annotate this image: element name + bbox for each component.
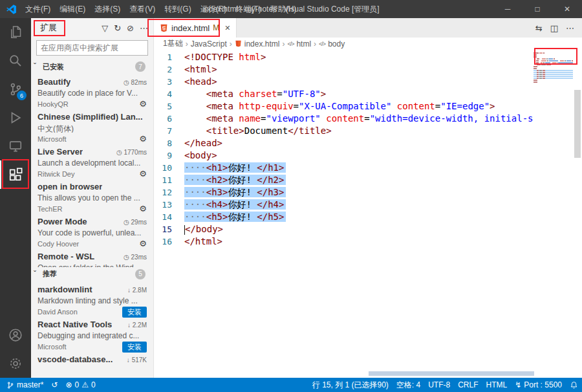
search-icon[interactable] (0, 47, 31, 75)
line-number: 15 (154, 223, 172, 235)
settings-gear-icon[interactable] (0, 349, 31, 378)
extension-description: Your code is powerful, unlea... (38, 228, 147, 237)
breadcrumb-file[interactable]: index.html (244, 39, 280, 49)
error-icon: ⊗ (65, 380, 72, 389)
code-line[interactable]: 14····<h5>你好! </h5> (154, 211, 582, 223)
code-line[interactable]: 15</body> (154, 223, 582, 235)
breadcrumb-folder[interactable]: 1基础 (163, 38, 183, 49)
install-button[interactable]: 安装 (122, 342, 147, 353)
section-installed[interactable]: ˇ 已安装 7 (31, 60, 153, 74)
install-button[interactable]: 安装 (122, 307, 147, 318)
extension-item[interactable]: Remote - WSL◷ 23msOpen any folder in the… (31, 248, 153, 267)
extension-item[interactable]: open in browserThis allows you to open t… (31, 179, 153, 213)
code-line[interactable]: 1<!DOCTYPE html> (154, 51, 582, 63)
remote-explorer-icon[interactable] (0, 132, 31, 160)
git-branch-item[interactable]: master* (3, 378, 47, 392)
code-line[interactable]: 3<head> (154, 76, 582, 88)
extension-search-input[interactable] (41, 43, 144, 52)
breadcrumb-symbol-body[interactable]: body (328, 39, 345, 49)
maximize-button[interactable]: □ (523, 0, 552, 18)
problems-item[interactable]: ⊗ 0 ⚠ 0 (61, 378, 99, 392)
extension-item[interactable]: markdownlint↓ 2.8MMarkdown linting and s… (31, 281, 153, 316)
breadcrumb-symbol-html[interactable]: html (296, 39, 311, 49)
vertical-scrollbar-thumb[interactable] (574, 90, 581, 158)
horizontal-scrollbar-thumb[interactable] (369, 371, 534, 376)
minimap-line (534, 56, 573, 58)
eol-item[interactable]: CRLF (454, 378, 482, 392)
encoding-item[interactable]: UTF-8 (424, 378, 454, 392)
extension-publisher: TechER (38, 205, 63, 213)
editor-more-actions-icon[interactable]: ⋯ (566, 23, 574, 33)
extension-name: Chinese (Simplified) Lan... (38, 112, 143, 122)
line-number: 3 (154, 76, 172, 88)
close-button[interactable]: ✕ (552, 0, 582, 18)
notifications-item[interactable] (566, 378, 582, 392)
account-icon[interactable] (0, 321, 31, 349)
extension-item[interactable]: React Native Tools↓ 2.2MDebugging and in… (31, 316, 153, 351)
manage-gear-icon[interactable]: ⚙ (139, 169, 147, 179)
code-line[interactable]: 7 <title>Document</title> (154, 125, 582, 137)
code-line[interactable]: 8</head> (154, 137, 582, 149)
vertical-scrollbar[interactable] (573, 50, 582, 378)
extension-description (38, 366, 147, 375)
clear-icon[interactable]: ⊘ (127, 23, 134, 33)
extension-name: Beautify (38, 77, 70, 87)
menu-goto[interactable]: 转到(G) (160, 0, 195, 18)
indentation-item[interactable]: 空格: 4 (393, 378, 424, 392)
code-editor[interactable]: 1<!DOCTYPE html>2<html>3<head>4 <meta ch… (154, 50, 582, 378)
explorer-icon[interactable] (0, 18, 31, 47)
code-line[interactable]: 12····<h3>你好! </h3> (154, 186, 582, 199)
code-line[interactable]: 6 <meta name="viewport" content="width=d… (154, 113, 582, 125)
extension-item[interactable]: vscode-database...↓ 517K (31, 351, 153, 378)
open-changes-icon[interactable]: ⇆ (535, 23, 543, 33)
line-number: 5 (154, 100, 172, 113)
code-line[interactable]: 4 <meta charset="UTF-8"> (154, 88, 582, 100)
extensions-icon[interactable] (0, 160, 31, 189)
split-editor-icon[interactable]: ◫ (550, 23, 558, 33)
extension-item[interactable]: Beautify◷ 82msBeautify code in place for… (31, 74, 153, 109)
manage-gear-icon[interactable]: ⚙ (139, 204, 147, 213)
language-mode-item[interactable]: HTML (482, 378, 512, 392)
manage-gear-icon[interactable]: ⚙ (139, 239, 147, 248)
code-line[interactable]: 13····<h4>你好! </h4> (154, 199, 582, 211)
tab-close-icon[interactable]: ✕ (224, 24, 230, 32)
code-line[interactable]: 9<body> (154, 149, 582, 162)
refresh-icon[interactable]: ↻ (114, 23, 121, 33)
menu-edit[interactable]: 编辑(E) (55, 0, 90, 18)
extension-publisher: Microsoft (38, 135, 67, 143)
code-line[interactable]: 2<html> (154, 63, 582, 76)
run-debug-icon[interactable] (0, 103, 31, 132)
symbol-icon: </> (319, 41, 325, 47)
source-control-icon[interactable]: 6 (0, 75, 31, 103)
minimap-line (534, 58, 573, 60)
code-line[interactable]: 11····<h2>你好! </h2> (154, 174, 582, 186)
extension-search-box[interactable] (36, 40, 148, 56)
extension-item[interactable]: Chinese (Simplified) Lan...中文(简体)Microso… (31, 109, 153, 144)
code-line[interactable]: 5 <meta http-equiv="X-UA-Compatible" con… (154, 100, 582, 113)
tab-bar: index.html M ✕ ⇆ ◫ ⋯ (154, 18, 582, 38)
live-server-port-item[interactable]: ↯ Port : 5500 (511, 378, 566, 392)
tab-index-html[interactable]: index.html M ✕ (154, 18, 237, 38)
code-line[interactable]: 16</html> (154, 235, 582, 248)
manage-gear-icon[interactable]: ⚙ (139, 134, 147, 144)
section-recommended[interactable]: ˇ 推荐 5 (31, 267, 153, 281)
breadcrumb-subfolder[interactable]: JavaScript (191, 39, 227, 49)
menu-file[interactable]: 文件(F) (21, 0, 55, 18)
chevron-down-icon: ˇ (34, 62, 43, 71)
minimap[interactable] (532, 50, 573, 83)
manage-gear-icon[interactable]: ⚙ (139, 99, 147, 109)
minimize-button[interactable]: ─ (493, 0, 523, 18)
cursor-position-item[interactable]: 行 15, 列 1 (已选择90) (308, 378, 393, 392)
extension-item[interactable]: Power Mode◷ 29msYour code is powerful, u… (31, 213, 153, 248)
filter-icon[interactable]: ▽ (102, 23, 108, 33)
html5-file-icon (160, 24, 168, 32)
line-number: 6 (154, 113, 172, 125)
code-line[interactable]: 10····<h1>你好! </h1> (154, 162, 582, 174)
menu-selection[interactable]: 选择(S) (90, 0, 125, 18)
sync-item[interactable]: ↺ (47, 378, 61, 392)
extension-publisher: Microsoft (38, 343, 67, 351)
extension-item[interactable]: Live Server◷ 1770msLaunch a development … (31, 144, 153, 179)
more-actions-icon[interactable]: ⋯ (140, 23, 148, 33)
minimap-line (534, 64, 573, 65)
menu-view[interactable]: 查看(V) (125, 0, 160, 18)
